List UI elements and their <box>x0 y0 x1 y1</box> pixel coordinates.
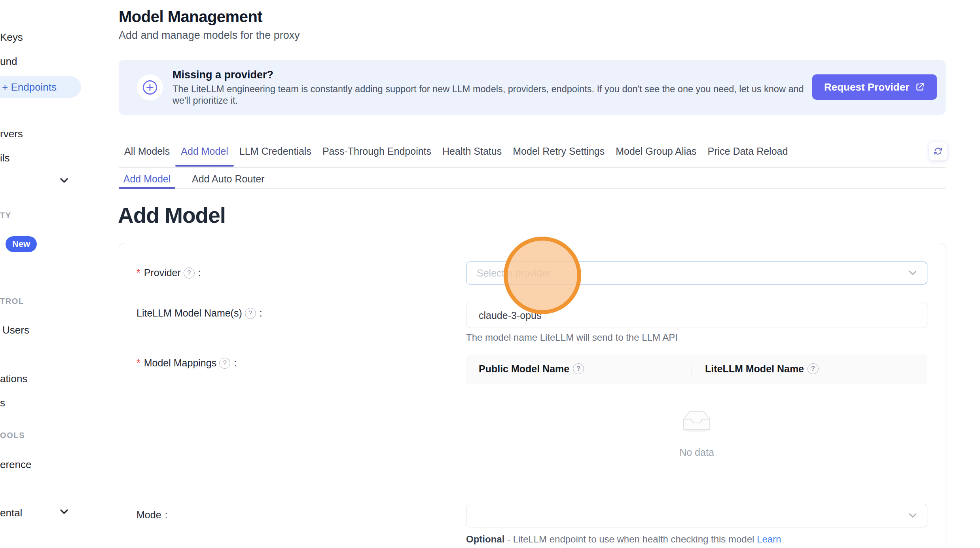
sidebar-item-users[interactable]: Users <box>2 324 29 336</box>
required-marker: * <box>136 267 140 279</box>
mappings-table-empty-body: No data <box>466 383 927 483</box>
provider-label: * Provider ? : <box>136 267 201 279</box>
refresh-button[interactable] <box>929 142 948 161</box>
subtab-active-underline <box>119 187 175 189</box>
sidebar-experimental-chevron[interactable] <box>59 508 69 516</box>
model-name-label-text: LiteLLM Model Name(s) <box>136 307 242 319</box>
mode-help-optional: Optional <box>466 534 504 544</box>
sidebar-item-organizations[interactable]: ations <box>0 373 27 385</box>
new-badge: New <box>6 236 37 252</box>
learn-more-link[interactable]: Learn <box>757 534 781 544</box>
required-marker: * <box>136 357 140 369</box>
tab-llm-credentials[interactable]: LLM Credentials <box>234 144 317 166</box>
add-model-heading: Add Model <box>118 203 226 228</box>
sidebar-collapsed-item[interactable] <box>59 177 69 185</box>
model-name-help: The model name LiteLLM will send to the … <box>466 332 678 343</box>
provider-select-placeholder: Select a provider <box>477 267 909 279</box>
banner-title: Missing a provider? <box>172 69 273 81</box>
sidebar-section-access-control: TROL <box>0 297 24 306</box>
mode-help: Optional - LiteLLM endpoint to use when … <box>466 534 781 545</box>
banner-body: The LiteLLM engineering team is constant… <box>172 83 813 106</box>
page-subtitle: Add and manage models for the proxy <box>119 29 300 42</box>
tab-price-data-reload[interactable]: Price Data Reload <box>702 144 793 166</box>
tab-all-models[interactable]: All Models <box>119 144 175 166</box>
sidebar: Keys und + Endpoints rvers ils TY New TR… <box>0 0 103 548</box>
chevron-down-icon <box>59 508 69 515</box>
tab-model-group-alias[interactable]: Model Group Alias <box>610 144 702 166</box>
tabs-divider <box>119 167 946 168</box>
mappings-table-header: Public Model Name ? LiteLLM Model Name ? <box>466 355 927 383</box>
provider-label-text: Provider <box>144 267 181 279</box>
sidebar-item-api-reference[interactable]: erence <box>0 459 32 471</box>
sidebar-item-label: + Endpoints <box>2 81 57 93</box>
header-divider <box>692 362 692 376</box>
mode-help-text: - LiteLLM endpoint to use when health ch… <box>507 534 754 544</box>
help-icon[interactable]: ? <box>219 358 230 369</box>
plus-circle-icon <box>137 74 163 100</box>
request-provider-button[interactable]: Request Provider <box>812 74 937 100</box>
label-colon: : <box>260 307 262 319</box>
provider-select[interactable]: Select a provider <box>466 262 927 284</box>
sync-icon <box>933 146 943 156</box>
model-name-label: LiteLLM Model Name(s) ? : <box>136 307 262 319</box>
column-litellm-model-name: LiteLLM Model Name ? <box>692 363 927 375</box>
label-colon: : <box>234 357 237 369</box>
provider-banner: Missing a provider? The LiteLLM engineer… <box>119 60 946 115</box>
mode-label: Mode : <box>136 509 168 521</box>
model-mappings-table: Public Model Name ? LiteLLM Model Name ?… <box>466 355 927 483</box>
column-label: LiteLLM Model Name <box>705 363 804 375</box>
chevron-down-icon <box>59 177 69 184</box>
sidebar-item-guardrails[interactable]: ils <box>0 152 10 164</box>
model-name-input[interactable] <box>466 303 927 328</box>
tab-model-retry-settings[interactable]: Model Retry Settings <box>507 144 610 166</box>
external-link-icon <box>915 82 925 92</box>
sidebar-item-playground[interactable]: und <box>0 55 17 68</box>
model-mappings-label: * Model Mappings ? : <box>136 357 237 369</box>
help-icon[interactable]: ? <box>573 363 584 374</box>
request-provider-label: Request Provider <box>824 81 909 93</box>
sidebar-new-badge-item[interactable]: New <box>6 236 37 252</box>
help-icon[interactable]: ? <box>245 308 256 319</box>
tab-health-status[interactable]: Health Status <box>437 144 507 166</box>
chevron-down-icon <box>909 270 917 276</box>
add-model-form-card: * Provider ? : Select a provider LiteLLM… <box>119 243 946 548</box>
chevron-down-icon <box>909 513 917 518</box>
subtab-add-model[interactable]: Add Model <box>119 173 175 185</box>
subtab-add-auto-router[interactable]: Add Auto Router <box>192 173 264 185</box>
tab-pass-through-endpoints[interactable]: Pass-Through Endpoints <box>317 144 437 166</box>
label-colon: : <box>198 267 201 279</box>
page-title: Model Management <box>119 8 262 26</box>
app-root: Keys und + Endpoints rvers ils TY New TR… <box>0 0 980 548</box>
sidebar-item-models-endpoints[interactable]: + Endpoints <box>0 76 81 98</box>
subtabs-divider <box>119 188 946 189</box>
model-tabs: All Models Add Model LLM Credentials Pas… <box>119 144 793 166</box>
model-mappings-label-text: Model Mappings <box>144 357 216 369</box>
sidebar-item-experimental[interactable]: ental <box>0 507 22 519</box>
mode-label-text: Mode <box>136 509 161 521</box>
sidebar-item-teams[interactable]: s <box>0 397 5 409</box>
sidebar-section-tools: OOLS <box>0 431 25 440</box>
sidebar-section-header: TY <box>0 211 11 220</box>
column-public-model-name: Public Model Name ? <box>466 363 692 375</box>
no-data-text: No data <box>466 447 927 458</box>
help-icon[interactable]: ? <box>808 363 819 374</box>
tab-add-model[interactable]: Add Model <box>175 144 234 166</box>
label-colon: : <box>165 509 168 521</box>
help-icon[interactable]: ? <box>184 267 195 279</box>
column-label: Public Model Name <box>479 363 569 375</box>
mode-select[interactable] <box>466 504 927 527</box>
sidebar-item-keys[interactable]: Keys <box>0 31 23 44</box>
empty-inbox-icon <box>679 406 715 434</box>
sidebar-item-servers[interactable]: rvers <box>0 128 23 140</box>
